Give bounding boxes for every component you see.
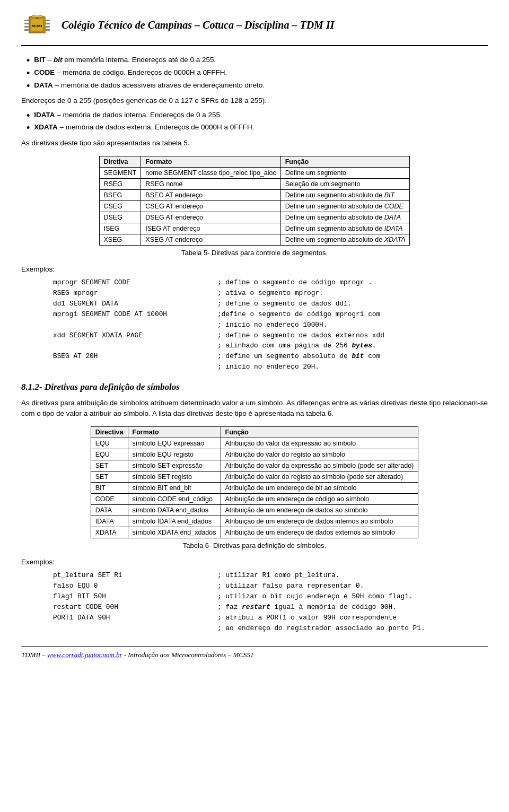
code-line: ; início no endereço 20H. [53, 362, 488, 372]
table6-cell: DATA [91, 505, 128, 516]
code-block-2: pt_leitura SET R1; utilizar R1 como pt_l… [53, 570, 488, 633]
bullet-idata: • IDATA – memória de dados interna. Ende… [27, 111, 488, 121]
table6-cell: símbolo EQU registo [128, 449, 221, 460]
svg-point-10 [36, 17, 38, 19]
table5-cell: CSEG AT endereço [141, 201, 280, 212]
table5-cell: XSEG [99, 234, 141, 246]
code-line: BSEG AT 20H; define um segmento absoluto… [53, 351, 488, 362]
table6-cell: símbolo XDATA end_xdados [128, 527, 221, 538]
bullet-bit-text: BIT – bit em memória interna. Endereços … [34, 56, 216, 66]
code-line: mprogr SEGMENT CODE; define o segmento d… [53, 277, 488, 288]
page-footer: TDMII – www.corradi.junior.nom.br - Intr… [21, 646, 488, 659]
bullet-data-text: DATA – memória de dados acessíveis atrav… [34, 81, 265, 92]
table5-cell: Seleção de um segmento [280, 179, 410, 190]
table6-cell: EQU [91, 438, 128, 449]
examples-label-1: Exemplos: [21, 264, 64, 273]
examples-section-1: Exemplos: [21, 264, 488, 273]
svg-rect-5 [24, 29, 29, 31]
school-logo: MCS51 [21, 11, 53, 40]
code-line: dd1 SEGMENT DATA; define o segmento de d… [53, 299, 488, 309]
table5-header-formato: Formato [141, 156, 280, 168]
table5-cell: BSEG [99, 190, 141, 201]
svg-rect-4 [24, 26, 29, 28]
table5-container: Diretiva Formato Função SEGMENTnome SEGM… [21, 156, 488, 246]
table6-cell: símbolo IDATA end_idados [128, 516, 221, 527]
bullet-code-text: CODE – memória de código. Endereços de 0… [34, 68, 227, 79]
table6-caption: Tabela 6- Diretivas para definição de sí… [21, 542, 488, 549]
table6-cell: símbolo SET registo [128, 472, 221, 483]
table6-cell: Atribuição de um endereço de bit ao símb… [221, 483, 418, 494]
table5-cell: ISEG AT endereço [141, 223, 280, 234]
svg-rect-9 [45, 29, 50, 31]
table5-cell: Define um segmento absoluto de DATA [280, 212, 410, 223]
table5-cell: RSEG [99, 179, 141, 190]
bullet-dot-5: • [27, 123, 30, 134]
table5-caption: Tabela 5- Diretivas para controle de seg… [21, 249, 488, 257]
bullet-xdata-text: XDATA – memória de dados externa. Endere… [34, 123, 254, 134]
table6-cell: BIT [91, 483, 128, 494]
table5-header-funcao: Função [280, 156, 410, 168]
svg-rect-6 [45, 20, 50, 21]
paragraph-1: Endereços de 0 a 255 (posições genéricas… [21, 95, 488, 106]
code-line: RSEG mprogr; ativa o segmento mprogr. [53, 288, 488, 299]
table6-cell: SET [91, 460, 128, 472]
table6-cell: XDATA [91, 527, 128, 538]
table5-cell: Define um segmento absoluto de BIT [280, 190, 410, 201]
table6-cell: CODE [91, 494, 128, 505]
table5-cell: Define um segmento [280, 168, 410, 179]
code-line: mprog1 SEGMENT CODE AT 1000H;define o se… [53, 309, 488, 320]
paragraph-3: As diretivas para atribuição de símbolos… [21, 398, 488, 420]
code-block-1: mprogr SEGMENT CODE; define o segmento d… [53, 277, 488, 372]
page-header: MCS51 Colégio Técnico de Campinas – Cotu… [21, 11, 488, 46]
examples-section-2: Exemplos: [21, 557, 488, 566]
bullet-dot-1: • [27, 56, 30, 66]
svg-rect-7 [45, 23, 50, 24]
table6-cell: Atribuição do valor da expressão ao símb… [221, 460, 418, 472]
table6-cell: IDATA [91, 516, 128, 527]
table5-header-diretiva: Diretiva [99, 156, 141, 168]
table6-cell: Atribuição do valor da expressão ao símb… [221, 438, 418, 449]
table5-cell: SEGMENT [99, 168, 141, 179]
table6-cell: Atribuição de um endereço de dados ao sí… [221, 505, 418, 516]
bullet-dot-2: • [27, 68, 30, 79]
table6-cell: Atribuição de um endereço de dados exter… [221, 527, 418, 538]
table6: Directiva Formato Função EQUsímbolo EQU … [91, 426, 419, 538]
svg-text:MCS51: MCS51 [32, 24, 43, 28]
code-line: ; início no endereço 1000H. [53, 320, 488, 330]
examples-label-2: Exemplos: [21, 557, 64, 566]
table6-cell: Atribuição do valor do registo ao símbol… [221, 472, 418, 483]
bullet-dot-4: • [27, 111, 30, 121]
table6-container: Directiva Formato Função EQUsímbolo EQU … [21, 426, 488, 538]
table5-cell: ISEG [99, 223, 141, 234]
bullet-code: • CODE – memória de código. Endereços de… [27, 68, 488, 79]
table5-cell: Define um segmento absoluto de IDATA [280, 223, 410, 234]
table5-cell: BSEG AT endereço [141, 190, 280, 201]
svg-rect-8 [45, 26, 50, 28]
table5-cell: Define um segmento absoluto de XDATA [280, 234, 410, 246]
svg-rect-3 [24, 23, 29, 24]
code-line-2: restart CODE 00H; faz restart igual à me… [53, 602, 488, 613]
bullet-xdata: • XDATA – memória de dados externa. Ende… [27, 123, 488, 134]
code-line: xdd SEGMENT XDATA PAGE; define o segment… [53, 330, 488, 341]
code-line-2: ; ao endereço do registrador associado a… [53, 623, 488, 634]
table5: Diretiva Formato Função SEGMENTnome SEGM… [99, 156, 410, 246]
bullet-dot-3: • [27, 81, 30, 92]
table6-header-funcao: Função [221, 427, 418, 438]
section-heading-812: 8.1.2- Diretivas para definição de símbo… [21, 382, 488, 392]
footer-link[interactable]: www.corradi.junior.nom.br [47, 651, 122, 659]
table5-cell: nome SEGMENT classe tipo_reloc tipo_aloc [141, 168, 280, 179]
table6-header-directiva: Directiva [91, 427, 128, 438]
bullet-idata-text: IDATA – memória de dados interna. Endere… [34, 111, 222, 121]
table6-cell: símbolo CODE end_código [128, 494, 221, 505]
table5-cell: CSEG [99, 201, 141, 212]
table5-cell: RSEG nome [141, 179, 280, 190]
table6-header-formato: Formato [128, 427, 221, 438]
svg-rect-2 [24, 20, 29, 21]
table6-cell: EQU [91, 449, 128, 460]
code-line-2: PORT1 DATA 90H; atribui a PORT1 o valor … [53, 613, 488, 623]
table6-cell: símbolo DATA end_dados [128, 505, 221, 516]
top-bullets: • BIT – bit em memória interna. Endereço… [21, 56, 488, 91]
table6-cell: símbolo EQU expressão [128, 438, 221, 449]
table6-cell: Atribuição de um endereço de código ao s… [221, 494, 418, 505]
header-title: Colégio Técnico de Campinas – Cotuca – D… [62, 19, 334, 31]
